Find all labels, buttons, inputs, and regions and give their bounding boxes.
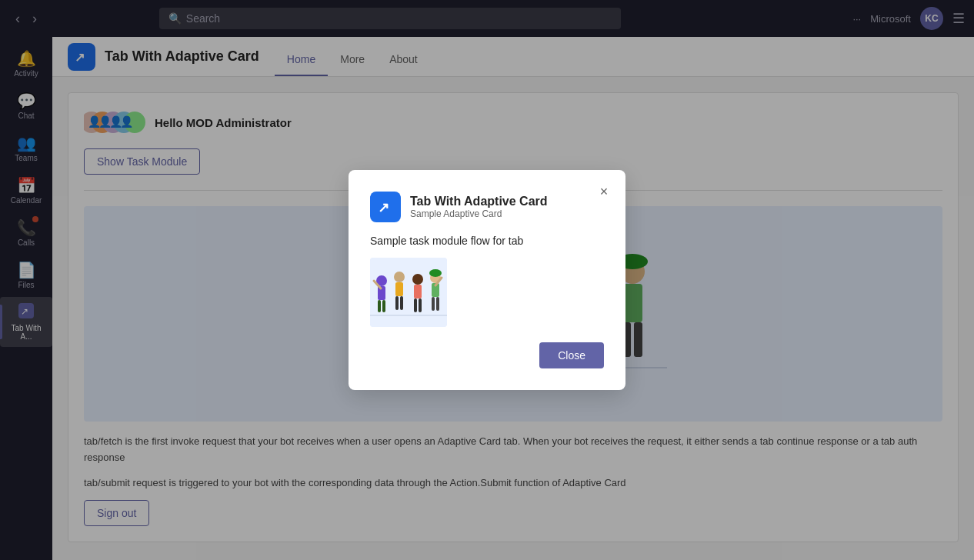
svg-rect-56 <box>419 298 422 312</box>
modal-header: ↗ Tab With Adaptive Card Sample Adaptive… <box>370 192 604 222</box>
modal-app-name: Tab With Adaptive Card <box>410 195 548 208</box>
svg-point-49 <box>394 272 405 282</box>
modal-app-icon: ↗ <box>370 192 401 222</box>
modal-illustration <box>370 258 447 327</box>
modal-overlay[interactable]: × ↗ Tab With Adaptive Card Sample Adapti… <box>0 0 974 560</box>
svg-rect-60 <box>436 297 439 311</box>
svg-point-53 <box>412 274 423 285</box>
svg-text:↗: ↗ <box>378 200 389 215</box>
modal-dialog: × ↗ Tab With Adaptive Card Sample Adapti… <box>349 170 625 390</box>
modal-footer: Close <box>370 342 604 368</box>
svg-rect-48 <box>382 300 385 312</box>
svg-rect-54 <box>414 285 422 298</box>
modal-description: Sample task module flow for tab <box>370 235 604 247</box>
svg-rect-50 <box>395 282 403 296</box>
svg-rect-59 <box>432 297 435 311</box>
svg-point-63 <box>429 269 442 277</box>
svg-rect-55 <box>414 298 417 312</box>
modal-app-info: Tab With Adaptive Card Sample Adaptive C… <box>410 195 548 219</box>
modal-app-subtitle: Sample Adaptive Card <box>410 208 548 219</box>
svg-rect-51 <box>395 296 399 310</box>
svg-rect-52 <box>400 296 403 310</box>
modal-image <box>370 258 447 327</box>
modal-close-button[interactable]: Close <box>539 342 604 368</box>
modal-close-x-button[interactable]: × <box>593 181 615 202</box>
svg-rect-47 <box>378 300 381 312</box>
